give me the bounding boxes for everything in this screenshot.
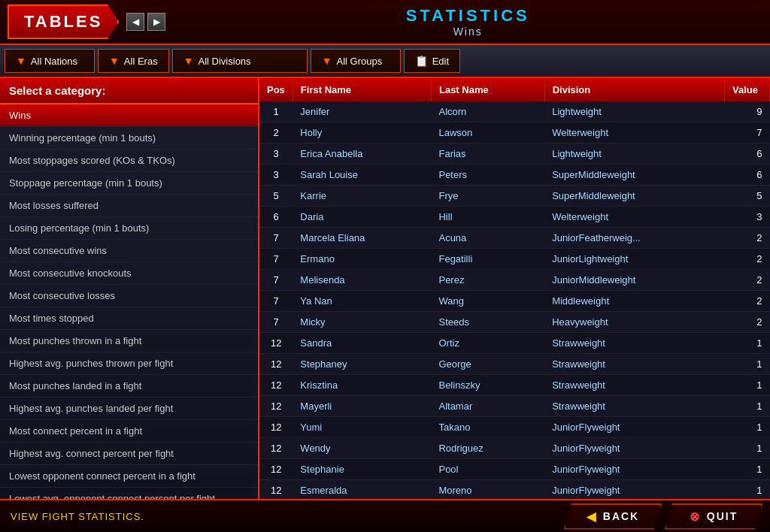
- cell-last-name: Moreno: [431, 480, 544, 500]
- cell-division: JuniorFlyweight: [544, 438, 724, 459]
- table-row[interactable]: 7Ya NanWangMiddleweight2: [259, 291, 770, 312]
- table-row[interactable]: 12YumiTakanoJuniorFlyweight1: [259, 417, 770, 438]
- edit-button[interactable]: 📋 Edit: [404, 49, 460, 73]
- cell-last-name: Frye: [431, 186, 544, 207]
- col-pos: Pos: [259, 78, 293, 101]
- cell-division: JuniorFlyweight: [544, 480, 724, 500]
- cell-last-name: Wang: [431, 291, 544, 312]
- cell-first-name: Holly: [293, 122, 431, 144]
- cell-division: Lightweight: [544, 144, 724, 165]
- cell-pos: 7: [259, 228, 293, 249]
- cell-last-name: Farias: [431, 144, 544, 165]
- cell-value: 9: [725, 101, 770, 122]
- category-item-punches-landed[interactable]: Most punches landed in a fight: [0, 375, 258, 397]
- table-row[interactable]: 7Marcela ElianaAcunaJuniorFeatherweig...…: [259, 228, 770, 249]
- divisions-funnel-icon: ▼: [183, 55, 194, 67]
- table-row[interactable]: 3Sarah LouisePetersSuperMiddleweight6: [259, 165, 770, 186]
- table-row[interactable]: 12SandraOrtizStrawweight1: [259, 333, 770, 354]
- table-body: 1JeniferAlcornLightweight92HollyLawsonWe…: [259, 101, 770, 499]
- cell-division: Strawweight: [544, 333, 724, 354]
- cell-last-name: Rodriguez: [431, 438, 544, 459]
- category-item-wins[interactable]: Wins: [0, 104, 258, 127]
- cell-division: JuniorFlyweight: [544, 417, 724, 438]
- category-item-most-stoppages[interactable]: Most stoppages scored (KOs & TKOs): [0, 150, 258, 172]
- back-icon: ◀: [587, 509, 597, 524]
- category-item-consec-wins[interactable]: Most consecutive wins: [0, 240, 258, 262]
- category-item-avg-punches-thrown[interactable]: Highest avg. punches thrown per fight: [0, 352, 258, 375]
- table-row[interactable]: 7MelisendaPerezJuniorMiddleweight2: [259, 270, 770, 291]
- category-item-connect-pct[interactable]: Most connect percent in a fight: [0, 420, 258, 443]
- category-item-punches-thrown[interactable]: Most punches thrown in a fight: [0, 330, 258, 352]
- category-item-consec-kos[interactable]: Most consecutive knockouts: [0, 262, 258, 285]
- cell-first-name: Erica Anabella: [293, 144, 431, 165]
- cell-last-name: Steeds: [431, 312, 544, 333]
- eras-filter-label: All Eras: [124, 56, 158, 67]
- col-last-name: Last Name: [431, 78, 544, 101]
- header-subtitle: Wins: [173, 26, 762, 38]
- divisions-filter-button[interactable]: ▼ All Divisions: [172, 49, 308, 73]
- nav-left-button[interactable]: ◀: [126, 13, 144, 31]
- category-item-lowest-opp-connect[interactable]: Lowest opponent connect percent in a fig…: [0, 465, 258, 488]
- filter-bar: ▼ All Nations ▼ All Eras ▼ All Divisions…: [0, 45, 770, 78]
- cell-first-name: Micky: [293, 312, 431, 333]
- quit-button[interactable]: ⊗ QUIT: [665, 503, 762, 530]
- table-row[interactable]: 12StephaniePoolJuniorFlyweight1: [259, 459, 770, 480]
- category-item-most-losses[interactable]: Most losses suffered: [0, 195, 258, 217]
- groups-filter-button[interactable]: ▼ All Groups: [311, 49, 401, 73]
- footer-buttons: ◀ BACK ⊗ QUIT: [564, 503, 770, 530]
- cell-pos: 7: [259, 312, 293, 333]
- cell-division: Welterweight: [544, 207, 724, 228]
- cell-last-name: Perez: [431, 270, 544, 291]
- cell-value: 5: [725, 186, 770, 207]
- cell-first-name: Ermano: [293, 249, 431, 270]
- nav-arrows: ◀ ▶: [126, 13, 165, 31]
- table-row[interactable]: 7ErmanoFegatilliJuniorLightweight2: [259, 249, 770, 270]
- back-label: BACK: [603, 510, 639, 522]
- cell-first-name: Wendy: [293, 438, 431, 459]
- table-row[interactable]: 12WendyRodriguezJuniorFlyweight1: [259, 438, 770, 459]
- cell-first-name: Yumi: [293, 417, 431, 438]
- col-first-name: First Name: [293, 78, 431, 101]
- left-panel: Select a category: WinsWinning percentag…: [0, 78, 259, 499]
- table-row[interactable]: 1JeniferAlcornLightweight9: [259, 101, 770, 122]
- cell-division: JuniorFlyweight: [544, 459, 724, 480]
- category-item-stoppage-pct[interactable]: Stoppage percentage (min 1 bouts): [0, 172, 258, 195]
- table-row[interactable]: 3Erica AnabellaFariasLightweight6: [259, 144, 770, 165]
- cell-pos: 12: [259, 396, 293, 417]
- nations-filter-button[interactable]: ▼ All Nations: [5, 49, 95, 73]
- table-row[interactable]: 12StephaneyGeorgeStrawweight1: [259, 354, 770, 375]
- nav-right-button[interactable]: ▶: [147, 13, 165, 31]
- eras-filter-button[interactable]: ▼ All Eras: [98, 49, 169, 73]
- table-row[interactable]: 6DariaHillWelterweight3: [259, 207, 770, 228]
- edit-icon: 📋: [415, 55, 428, 67]
- category-item-times-stopped[interactable]: Most times stopped: [0, 307, 258, 330]
- cell-value: 1: [725, 438, 770, 459]
- cell-pos: 12: [259, 354, 293, 375]
- table-row[interactable]: 12EsmeraldaMorenoJuniorFlyweight1: [259, 480, 770, 500]
- cell-division: Middleweight: [544, 291, 724, 312]
- category-item-consec-losses[interactable]: Most consecutive losses: [0, 285, 258, 307]
- table-row[interactable]: 12KrisztinaBelinszkyStrawweight1: [259, 375, 770, 396]
- category-item-avg-punches-landed[interactable]: Highest avg. punches landed per fight: [0, 397, 258, 420]
- header-title: STATISTICS: [173, 6, 762, 26]
- category-item-avg-connect-pct[interactable]: Highest avg. connect percent per fight: [0, 443, 258, 465]
- table-row[interactable]: 7MickySteedsHeavyweight2: [259, 312, 770, 333]
- back-button[interactable]: ◀ BACK: [564, 503, 662, 530]
- cell-value: 1: [725, 375, 770, 396]
- category-item-lowest-avg-opp-connect[interactable]: Lowest avg. opponent connect percent per…: [0, 488, 258, 499]
- cell-pos: 3: [259, 165, 293, 186]
- cell-last-name: Alcorn: [431, 101, 544, 122]
- category-item-winning-pct[interactable]: Winning percentage (min 1 bouts): [0, 127, 258, 150]
- table-row[interactable]: 2HollyLawsonWelterweight7: [259, 122, 770, 144]
- cell-division: Welterweight: [544, 122, 724, 144]
- col-value: Value: [725, 78, 770, 101]
- cell-last-name: Lawson: [431, 122, 544, 144]
- cell-first-name: Marcela Eliana: [293, 228, 431, 249]
- cell-pos: 5: [259, 186, 293, 207]
- cell-first-name: Sandra: [293, 333, 431, 354]
- category-item-losing-pct[interactable]: Losing percentage (min 1 bouts): [0, 217, 258, 240]
- groups-funnel-icon: ▼: [322, 55, 332, 67]
- table-row[interactable]: 5KarrieFryeSuperMiddleweight5: [259, 186, 770, 207]
- table-row[interactable]: 12MayerliAltamarStrawweight1: [259, 396, 770, 417]
- cell-first-name: Sarah Louise: [293, 165, 431, 186]
